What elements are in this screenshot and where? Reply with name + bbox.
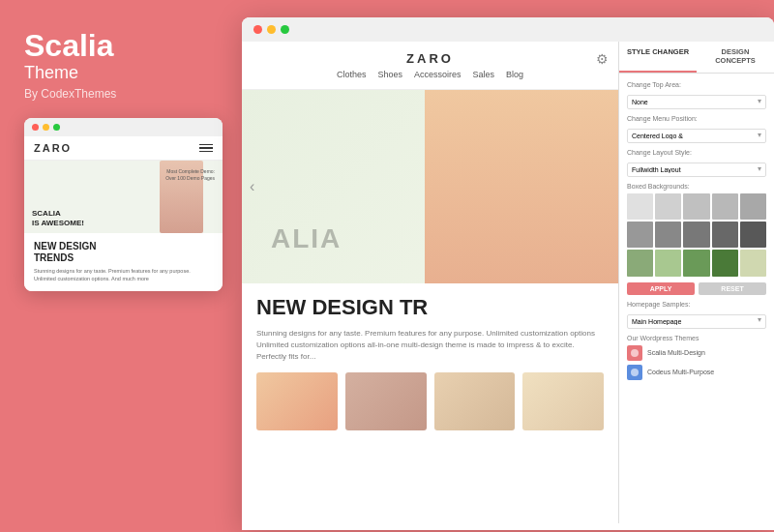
hamburger-icon (199, 144, 213, 153)
nav-link-sales[interactable]: Sales (473, 70, 495, 79)
style-panel: STYLE CHANGER DESIGN CONCEPTS Change Top… (619, 42, 774, 523)
color-swatch-12[interactable] (683, 250, 709, 276)
color-swatch-10[interactable] (627, 250, 653, 276)
color-swatch-8[interactable] (712, 222, 738, 248)
svg-point-0 (631, 349, 639, 357)
mini-headline: NEW DESIGNTRENDS (34, 241, 213, 264)
nav-link-accessoires[interactable]: Accessoires (414, 70, 461, 79)
boxed-backgrounds-label: Boxed Backgrounds: (627, 183, 766, 190)
change-menu-position-select[interactable]: Centered Logo & (627, 129, 766, 143)
main-content-area: ZARO Clothes Shoes Accessoires Sales Blo… (242, 42, 774, 523)
main-dot-green (281, 25, 289, 34)
mini-dot-green (53, 124, 60, 131)
mini-hero: SCALIAIS AWESOME! Most Complete Demo:Ove… (24, 161, 223, 233)
hero-model (425, 90, 618, 283)
brand-subtitle: Theme (24, 63, 218, 83)
site-content: NEW DESIGN TR Stunning designs for any t… (242, 283, 618, 442)
homepage-samples-wrap: Main Homepage (627, 310, 766, 329)
change-layout-style-wrap: Fullwidth Layout (627, 159, 766, 177)
hero-prev-arrow[interactable]: ‹ (250, 178, 254, 195)
color-swatch-2[interactable] (683, 193, 709, 220)
color-swatch-5[interactable] (627, 222, 653, 248)
site-nav: ZARO Clothes Shoes Accessoires Sales Blo… (242, 42, 618, 90)
thumb-4 (522, 372, 604, 430)
site-nav-links: Clothes Shoes Accessoires Sales Blog (242, 70, 618, 79)
wp-themes-label: Our Wordpress Themes (627, 335, 766, 341)
brand-by: By CodexThemes (24, 87, 218, 101)
thumb-1 (256, 372, 338, 430)
mini-hero-text: SCALIAIS AWESOME! (32, 209, 84, 227)
wp-theme-item[interactable]: Codeus Multi-Purpose (627, 365, 766, 380)
change-top-area-select[interactable]: None (627, 95, 766, 109)
brand-title: Scalia (24, 29, 218, 63)
hero-text-overlay: ALIA (271, 223, 342, 254)
wp-theme-name: Scalia Multi-Design (647, 349, 705, 356)
mini-browser-bar (24, 118, 223, 136)
color-swatch-4[interactable] (740, 193, 766, 220)
svg-point-1 (631, 369, 639, 376)
color-swatch-11[interactable] (655, 250, 681, 276)
color-grid (627, 193, 766, 277)
mini-content: NEW DESIGNTRENDS Stunning designs for an… (24, 233, 223, 290)
mini-dot-red (32, 124, 39, 131)
thumb-3 (434, 372, 516, 430)
tab-design-concepts[interactable]: DESIGN CONCEPTS (697, 42, 774, 73)
style-changer-content: Change Top Area: None Change Menu Positi… (619, 74, 774, 523)
main-dot-yellow (267, 25, 276, 34)
change-top-area-wrap: None (627, 91, 766, 109)
wp-theme-icon (627, 365, 642, 380)
website-preview: ZARO Clothes Shoes Accessoires Sales Blo… (242, 42, 619, 523)
site-thumbs (256, 372, 604, 430)
color-swatch-13[interactable] (712, 250, 738, 276)
site-logo: ZARO (242, 51, 618, 66)
thumb-2 (345, 372, 427, 430)
wp-theme-icon (627, 345, 642, 361)
nav-link-shoes[interactable]: Shoes (377, 70, 402, 79)
color-swatch-14[interactable] (740, 250, 766, 276)
site-desc: Stunning designs for any taste. Premium … (256, 328, 604, 363)
reset-button[interactable]: RESET (699, 282, 766, 295)
panel-tabs: STYLE CHANGER DESIGN CONCEPTS (619, 42, 774, 74)
change-layout-style-label: Change Layout Style: (627, 149, 766, 156)
color-swatch-3[interactable] (712, 193, 738, 220)
left-panel: Scalia Theme By CodexThemes ZARO SCALIAI… (0, 0, 237, 532)
change-top-area-label: Change Top Area: (627, 81, 766, 88)
color-swatch-7[interactable] (683, 222, 709, 248)
mini-dot-yellow (43, 124, 49, 131)
site-hero: ALIA ‹ (242, 90, 618, 283)
color-swatch-1[interactable] (655, 193, 681, 220)
mini-browser: ZARO SCALIAIS AWESOME! Most Complete Dem… (24, 118, 223, 290)
mini-nav: ZARO (24, 136, 223, 161)
nav-link-blog[interactable]: Blog (506, 70, 523, 79)
settings-icon[interactable]: ⚙ (596, 51, 609, 67)
mini-hero-badge: Most Complete Demo:Over 100 Demo Pages (165, 168, 215, 182)
nav-link-clothes[interactable]: Clothes (337, 70, 367, 79)
color-swatch-9[interactable] (740, 222, 766, 248)
apply-button[interactable]: APPLY (627, 282, 695, 295)
main-dot-red (253, 25, 262, 34)
mini-text: Stunning designs for any taste. Premium … (34, 268, 213, 282)
color-swatch-0[interactable] (627, 193, 653, 220)
site-headline: NEW DESIGN TR (256, 295, 604, 320)
tab-style-changer[interactable]: STYLE CHANGER (619, 42, 697, 73)
homepage-samples-select[interactable]: Main Homepage (627, 314, 766, 329)
wp-theme-name: Codeus Multi-Purpose (647, 369, 714, 375)
change-menu-position-wrap: Centered Logo & (627, 125, 766, 143)
mini-logo: ZARO (34, 142, 72, 154)
change-menu-position-label: Change Menu Position: (627, 115, 766, 122)
main-browser: ZARO Clothes Shoes Accessoires Sales Blo… (242, 17, 774, 530)
color-swatch-6[interactable] (655, 222, 681, 248)
homepage-samples-label: Homepage Samples: (627, 301, 766, 308)
main-browser-bar (242, 17, 774, 42)
change-layout-style-select[interactable]: Fullwidth Layout (627, 163, 766, 177)
sc-buttons: APPLY RESET (627, 282, 766, 295)
wp-themes-list: Scalia Multi-DesignCodeus Multi-Purpose (627, 345, 766, 380)
wp-theme-item[interactable]: Scalia Multi-Design (627, 345, 766, 361)
